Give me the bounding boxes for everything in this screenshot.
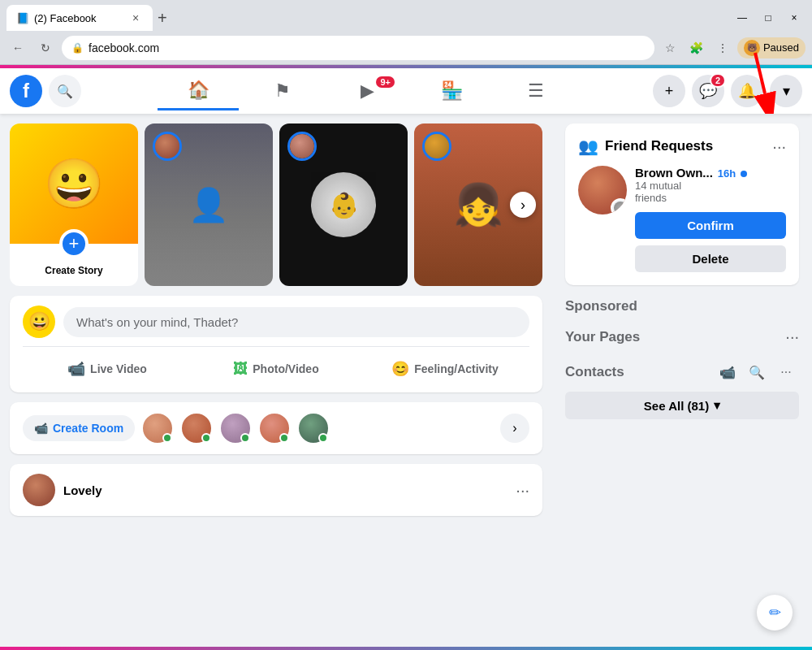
dropdown-icon: ▾ — [783, 82, 790, 100]
minimize-button[interactable]: — — [731, 10, 754, 26]
contacts-video-button[interactable]: 📹 — [715, 359, 741, 385]
browser-toolbar: ← ↻ 🔒 facebook.com ☆ 🧩 ⋮ 🐻 Paused — [0, 31, 812, 65]
nav-tab-pages[interactable]: ⚑ — [242, 72, 323, 110]
your-pages-section: Your Pages ··· — [565, 327, 799, 346]
photo-video-label: Photo/Video — [253, 362, 318, 375]
contacts-section: Contacts 📹 🔍 ··· — [565, 359, 799, 385]
maximize-button[interactable]: □ — [757, 10, 780, 26]
story-card-3[interactable]: 👶 — [279, 124, 408, 286]
room-nav-button[interactable]: › — [500, 414, 529, 443]
fb-logo[interactable]: f — [10, 75, 42, 107]
nav-tab-home[interactable]: 🏠 — [158, 72, 239, 110]
back-button[interactable]: ← — [6, 37, 29, 59]
online-contact-5[interactable] — [297, 412, 330, 444]
create-room-icon: 📹 — [34, 422, 48, 435]
stories-list: 😀 + Create Story 👤 — [10, 124, 542, 286]
your-pages-more-button[interactable]: ··· — [785, 327, 799, 346]
friend-requests-title: Friend Requests — [605, 138, 766, 154]
post-actions: 📹 Live Video 🖼 Photo/Video 😊 Feeling/Act… — [23, 346, 529, 383]
tab-close-button[interactable]: × — [128, 11, 143, 25]
online-contact-1[interactable] — [141, 412, 174, 444]
post-input-field[interactable]: What's on your mind, Thadet? — [63, 307, 529, 337]
online-contact-3[interactable] — [219, 412, 252, 444]
friend-requests-icon: 👥 — [578, 136, 598, 156]
bookmark-icon[interactable]: ☆ — [659, 37, 682, 59]
fb-search-button[interactable]: 🔍 — [49, 75, 81, 107]
see-all-label: See All (81) — [644, 399, 709, 413]
contacts-title: Contacts — [565, 364, 715, 380]
feeling-label: Feeling/Activity — [414, 362, 498, 375]
stories-section: 😀 + Create Story 👤 — [10, 124, 542, 286]
fb-right-sidebar: 👥 Friend Requests ··· Brown Own... — [552, 114, 812, 650]
mutual-friends-count: 14 mutual — [635, 180, 786, 192]
online-dot-badge — [741, 171, 747, 177]
friend-request-time: 16h — [718, 167, 736, 180]
story-4-avatar — [422, 132, 451, 161]
bottom-accent-bar — [0, 647, 812, 650]
feeling-button[interactable]: 😊 Feeling/Activity — [361, 355, 529, 383]
mutual-friends-badge — [611, 198, 627, 214]
fb-nav: f 🔍 🏠 ⚑ ▶ 9+ 🏪 ☰ + — [0, 68, 812, 114]
menu-icon: ☰ — [528, 80, 544, 102]
friend-request-actions: Confirm Delete — [635, 212, 786, 272]
mutual-friends-label: friends — [635, 192, 786, 204]
fb-center-feed: 😀 + Create Story 👤 — [0, 114, 552, 650]
your-pages-title: Your Pages — [565, 329, 785, 345]
create-button[interactable]: + — [653, 75, 685, 107]
live-video-button[interactable]: 📹 Live Video — [23, 355, 192, 383]
see-all-contacts-button[interactable]: See All (81) ▾ — [565, 392, 799, 419]
friend-requests-card: 👥 Friend Requests ··· Brown Own... — [565, 124, 799, 285]
create-story-icon: + — [59, 229, 89, 258]
plus-icon: + — [665, 83, 674, 100]
close-button[interactable]: × — [783, 10, 806, 26]
browser-tab[interactable]: 📘 (2) Facebook × — [6, 5, 153, 31]
create-story-label: Create Story — [45, 265, 102, 276]
create-room-button[interactable]: 📹 Create Room — [23, 415, 135, 441]
nav-tab-video[interactable]: ▶ 9+ — [326, 72, 408, 110]
fb-main: 😀 + Create Story 👤 — [0, 114, 812, 650]
online-indicator-4 — [279, 433, 289, 443]
delete-friend-button[interactable]: Delete — [635, 245, 786, 272]
refresh-button[interactable]: ↻ — [34, 37, 57, 59]
friend-request-user: Brown Own... 16h 14 mutual friends Confi… — [578, 166, 786, 272]
post-box: 😀 What's on your mind, Thadet? 📹 Live Vi… — [10, 296, 542, 392]
post-more-button[interactable]: ··· — [516, 481, 529, 500]
friend-request-name: Brown Own... — [635, 166, 713, 180]
lock-icon: 🔒 — [71, 42, 84, 54]
extensions-icon[interactable]: 🧩 — [685, 37, 708, 59]
friend-request-info: Brown Own... 16h 14 mutual friends Confi… — [635, 166, 786, 272]
window-controls: — □ × — [731, 10, 806, 26]
photo-video-button[interactable]: 🖼 Photo/Video — [192, 355, 361, 383]
see-all-chevron: ▾ — [714, 398, 720, 413]
red-arrow-indicator — [715, 49, 780, 117]
browser-title-bar: 📘 (2) Facebook × + — □ × — [0, 0, 812, 31]
post-user-avatar — [23, 474, 55, 506]
create-room-bar: 📹 Create Room — [10, 402, 542, 454]
contacts-search-button[interactable]: 🔍 — [744, 359, 770, 385]
post-header: Lovely ··· — [23, 474, 529, 506]
contacts-more-button[interactable]: ··· — [773, 359, 799, 385]
online-contact-4[interactable] — [258, 412, 291, 444]
nav-tab-marketplace[interactable]: 🏪 — [411, 72, 492, 110]
create-story-card[interactable]: 😀 + Create Story — [10, 124, 138, 286]
home-icon: 🏠 — [188, 80, 209, 101]
search-icon: 🔍 — [57, 84, 73, 99]
address-bar[interactable]: 🔒 facebook.com — [62, 36, 654, 60]
nav-tab-menu[interactable]: ☰ — [495, 72, 577, 110]
edit-fab-button[interactable]: ✏ — [757, 595, 793, 630]
friend-request-avatar — [578, 166, 627, 214]
new-tab-button[interactable]: + — [158, 9, 167, 28]
user-avatar: 😀 — [23, 306, 55, 338]
online-indicator-1 — [162, 433, 172, 443]
sponsored-section: Sponsored — [565, 298, 799, 314]
story-3-avatar — [287, 132, 317, 161]
online-contact-2[interactable] — [180, 412, 213, 444]
story-card-2[interactable]: 👤 — [145, 124, 273, 286]
friend-requests-more-button[interactable]: ··· — [772, 137, 786, 156]
friend-requests-header: 👥 Friend Requests ··· — [578, 136, 786, 156]
online-indicator-2 — [201, 433, 211, 443]
live-video-label: Live Video — [90, 362, 147, 375]
confirm-friend-button[interactable]: Confirm — [635, 212, 786, 239]
online-indicator-5 — [318, 433, 328, 443]
stories-next-button[interactable]: › — [510, 192, 536, 218]
